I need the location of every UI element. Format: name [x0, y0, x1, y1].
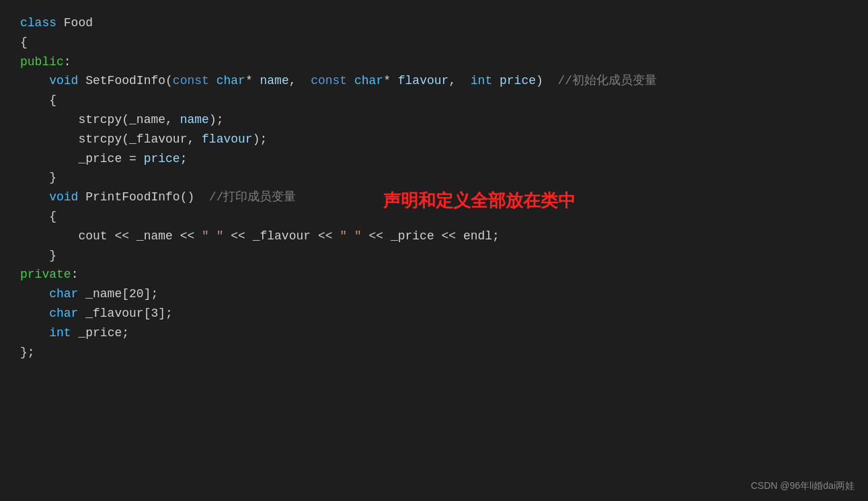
code-line-l16: private: — [20, 265, 848, 284]
code-line-l9: } — [20, 168, 848, 188]
arrows-svg — [0, 375, 868, 501]
code-line-l18: char _flavour[3]; — [20, 304, 848, 323]
code-line-l4: void SetFoodInfo(const char* name, const… — [20, 71, 848, 91]
code-line-l20: }; — [20, 343, 848, 362]
code-line-l1: class Food — [20, 13, 848, 33]
annotation-text: 声明和定义全部放在类中 — [383, 187, 576, 215]
code-line-l19: int _price; — [20, 323, 848, 343]
code-line-l14: } — [20, 246, 848, 266]
code-line-l8: _price = price; — [20, 149, 848, 169]
watermark: CSDN @96年li婚dai两娃 — [751, 478, 855, 493]
code-line-l13: cout << _name << " " << _flavour << " " … — [20, 227, 848, 246]
code-line-l6: strcpy(_name, name); — [20, 110, 848, 130]
code-line-l7: strcpy(_flavour, flavour); — [20, 130, 848, 149]
code-line-l3: public: — [20, 52, 848, 72]
code-line-l17: char _name[20]; — [20, 284, 848, 304]
code-line-l2: { — [20, 33, 848, 52]
code-line-l5: { — [20, 91, 848, 110]
